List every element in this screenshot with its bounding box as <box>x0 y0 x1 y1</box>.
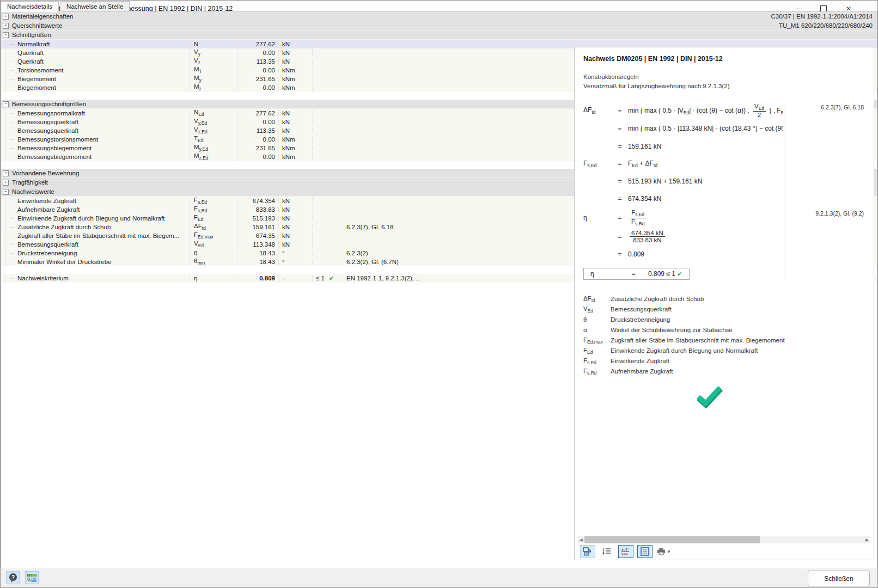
print-icon[interactable]: ▼ <box>656 545 672 558</box>
legend-row: αWinkel der Schubbewehrung zur Stabachse <box>583 325 865 335</box>
decimal-places-icon[interactable]: 0,00 <box>25 571 39 584</box>
legend-row: FEdEinwirkende Zugkraft durch Biegung un… <box>583 346 865 356</box>
reference-divider <box>784 104 784 279</box>
row-value: 277.62 <box>237 110 279 117</box>
scrollbar-thumb[interactable] <box>584 536 760 543</box>
row-symbol: ΔFtd <box>190 223 237 231</box>
row-label: Nachweiskriterium <box>10 275 190 281</box>
legend-row: θDruckstrebenneigung <box>583 315 865 325</box>
row-unit: kN <box>279 215 313 222</box>
collapse-icon[interactable]: − <box>3 32 9 38</box>
formula-line: =min ( max ( 0.5 · |113.348 kN| · (cot (… <box>583 122 783 136</box>
tab-nachweise-an-stelle[interactable]: Nachweise an Stelle <box>60 1 130 12</box>
collapse-icon[interactable]: − <box>3 189 9 195</box>
row-value: 833.83 <box>237 206 279 213</box>
legend-symbol: α <box>583 327 611 333</box>
row-label: Zugkraft aller Stäbe im Stabquerschnitt … <box>10 232 190 239</box>
expand-icon[interactable]: + <box>3 180 9 186</box>
row-symbol: N <box>190 41 237 47</box>
row-symbol: θ <box>190 250 237 256</box>
collapse-icon[interactable]: − <box>3 101 9 107</box>
row-symbol: Vy,Ed <box>190 118 237 126</box>
row-value: 113.35 <box>237 127 279 134</box>
section-label: Tragfähigkeit <box>12 179 48 186</box>
legend-symbol: ΔFtd <box>583 295 611 303</box>
row-unit: kNm <box>279 76 313 82</box>
svg-text:x=7: x=7 <box>621 548 628 552</box>
refresh-view-icon[interactable] <box>580 545 595 558</box>
show-frame-icon[interactable] <box>637 545 653 558</box>
section-label: Bemessungsschnittgrößen <box>12 101 86 107</box>
row-value: 113.35 <box>237 58 279 65</box>
row-limit: ≤ 1✔ <box>313 275 343 282</box>
row-unit: kN <box>279 110 313 117</box>
formula-subtitle-1: Konstruktionsregeln <box>583 72 865 82</box>
formula-line: =674.354 kN <box>583 192 783 206</box>
formula-line: =674.354 kN833.83 kN <box>583 230 783 244</box>
row-value: 515.193 <box>237 215 279 222</box>
row-symbol: Vy <box>190 48 237 57</box>
row-label: Normalkraft <box>10 41 190 47</box>
row-symbol: My <box>190 75 237 83</box>
formula-panel: Nachweis DM0205 | EN 1992 | DIN | 2015-1… <box>574 47 874 560</box>
table-section-row[interactable]: +QuerschnittswerteTU_M1 620/220/680/220/… <box>1 21 877 30</box>
row-label: Bemessungsquerkraft <box>10 127 190 134</box>
result-list-icon[interactable] <box>599 545 614 558</box>
close-button[interactable]: Schließen <box>808 571 870 586</box>
horizontal-scrollbar[interactable]: ◀ ▶ <box>578 536 870 543</box>
row-label: Bemessungsquerkraft <box>10 119 190 125</box>
row-unit: kNm <box>279 136 313 143</box>
row-symbol: VEd <box>190 240 237 248</box>
row-value: 277.62 <box>237 41 279 47</box>
row-label: Aufnehmbare Zugkraft <box>10 206 190 213</box>
formula-line: ΔFtd=min ( max ( 0.5 · |VEd| · (cot (θ) … <box>583 103 783 119</box>
row-symbol: NEd <box>190 109 237 117</box>
legend-text: Einwirkende Zugkraft <box>611 358 669 364</box>
tab-nachweisdetails[interactable]: Nachweisdetails <box>1 1 59 12</box>
table-section-row[interactable]: −Schnittgrößen <box>1 30 877 40</box>
formula-line: =515.193 kN + 159.161 kN <box>583 174 783 188</box>
row-label: Querkraft <box>10 50 190 56</box>
show-equation-values-icon[interactable]: x=7y=4 <box>618 545 633 558</box>
row-unit: kNm <box>279 145 313 151</box>
check-icon: ✔ <box>329 275 334 282</box>
section-label: Querschnittswerte <box>12 22 63 29</box>
help-icon[interactable]: ? <box>6 571 20 584</box>
row-value: 0.00 <box>237 84 279 91</box>
svg-text:?: ? <box>11 574 14 580</box>
row-symbol: Vz <box>190 57 237 65</box>
row-value: 0.809 <box>237 275 279 281</box>
row-unit: kNm <box>279 154 313 160</box>
legend-text: Aufnehmbare Zugkraft <box>611 368 673 375</box>
legend-text: Druckstrebenneigung <box>611 316 670 323</box>
row-value: 0.00 <box>237 154 279 160</box>
svg-text:y=4: y=4 <box>621 552 628 556</box>
legend-text: Bemessungsquerkraft <box>611 306 672 313</box>
formula-line: =0.809 <box>583 247 783 261</box>
formula-toolbar: x=7y=4 ▼ <box>580 545 672 558</box>
row-value: 18.43 <box>237 259 279 265</box>
row-label: Torsionsmoment <box>10 67 190 74</box>
row-symbol: θmin <box>190 258 237 266</box>
expand-icon[interactable]: + <box>3 14 9 20</box>
legend-text: Zugkraft aller Stäbe im Stabquerschnitt … <box>611 337 785 344</box>
scroll-right-icon[interactable]: ▶ <box>864 538 870 542</box>
scroll-left-icon[interactable]: ◀ <box>578 538 584 542</box>
row-value: 0.00 <box>237 67 279 74</box>
table-section-row[interactable]: +MaterialeigenschaftenC30/37 | EN 1992-1… <box>1 12 877 21</box>
row-unit: ° <box>279 259 313 265</box>
row-symbol: Vz,Ed <box>190 126 237 134</box>
legend-row: FEd,maxZugkraft aller Stäbe im Stabquers… <box>583 335 865 346</box>
row-value: 159.161 <box>237 224 279 230</box>
row-value: 113.348 <box>237 241 279 248</box>
row-label: Zusätzliche Zugkraft durch Schub <box>10 224 190 230</box>
row-value: 0.00 <box>237 136 279 143</box>
row-label: Bemessungsbiegemoment <box>10 145 190 151</box>
row-value: 674.35 <box>237 232 279 239</box>
row-value: 231.65 <box>237 145 279 151</box>
expand-icon[interactable]: + <box>3 170 9 176</box>
row-label: Einwirkende Zugkraft <box>10 198 190 204</box>
row-symbol: TEd <box>190 135 237 143</box>
expand-icon[interactable]: + <box>3 23 9 29</box>
row-symbol: My,Ed <box>190 144 237 152</box>
